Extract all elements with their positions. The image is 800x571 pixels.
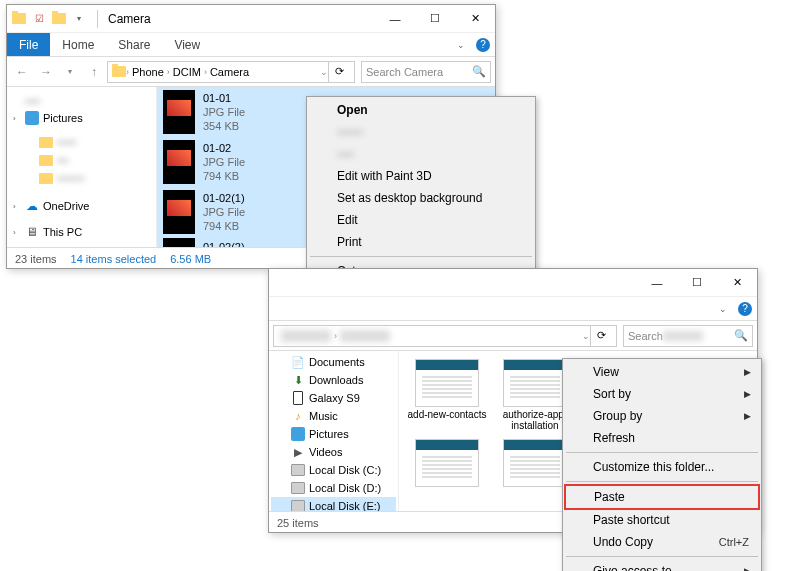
nav-pictures[interactable]: ›Pictures bbox=[11, 109, 152, 127]
breadcrumb-dropdown-icon[interactable]: ⌄ bbox=[582, 331, 590, 341]
disk-icon bbox=[291, 499, 305, 511]
maximize-button[interactable]: ☐ bbox=[415, 5, 455, 33]
tab-home[interactable]: Home bbox=[50, 33, 106, 56]
refresh-button[interactable]: ⟳ bbox=[328, 61, 350, 83]
search-icon: 🔍 bbox=[734, 329, 748, 342]
documents-icon: 📄 bbox=[291, 355, 305, 369]
nav-disk-d[interactable]: Local Disk (D:) bbox=[271, 479, 396, 497]
recent-dropdown[interactable]: ▾ bbox=[59, 61, 81, 83]
onedrive-icon: ☁ bbox=[25, 199, 39, 213]
titlebar[interactable]: — ☐ ✕ bbox=[269, 269, 757, 297]
navigation-pane[interactable]: 📄Documents ⬇Downloads Galaxy S9 ♪Music P… bbox=[269, 351, 399, 511]
ctx-sortby[interactable]: Sort by▶ bbox=[565, 383, 759, 405]
music-icon: ♪ bbox=[291, 409, 305, 423]
breadcrumb-part[interactable]: Camera bbox=[207, 66, 252, 78]
breadcrumb[interactable]: › Phone › DCIM › Camera ⌄ ⟳ bbox=[107, 61, 355, 83]
ctx-customize[interactable]: Customize this folder... bbox=[565, 456, 759, 478]
file-item[interactable]: add-new-contacts bbox=[407, 359, 487, 431]
ctx-view[interactable]: View▶ bbox=[565, 361, 759, 383]
ctx-hidden[interactable]: ▪▪▪▪ bbox=[309, 143, 533, 165]
ctx-give-access[interactable]: Give access to▶ bbox=[565, 560, 759, 571]
nav-folder[interactable]: ▪▪▪▪▪ bbox=[11, 133, 152, 151]
breadcrumb[interactable]: › ⌄ ⟳ bbox=[273, 325, 617, 347]
navigation-pane[interactable]: ▪▪▪▪ ›Pictures ▪▪▪▪▪ ▪▪▪ ▪▪▪▪▪▪▪ ›☁OneDr… bbox=[7, 87, 157, 247]
ctx-print[interactable]: Print bbox=[309, 231, 533, 253]
qat-dropdown-icon[interactable]: ▾ bbox=[71, 11, 87, 27]
separator bbox=[566, 452, 758, 453]
nav-videos[interactable]: ▶Videos bbox=[271, 443, 396, 461]
new-folder-icon[interactable] bbox=[51, 11, 67, 27]
ctx-open[interactable]: Open bbox=[309, 99, 533, 121]
ctx-groupby[interactable]: Group by▶ bbox=[565, 405, 759, 427]
maximize-button[interactable]: ☐ bbox=[677, 269, 717, 297]
separator bbox=[310, 256, 532, 257]
search-placeholder: Search Camera bbox=[366, 66, 443, 78]
ctx-paste[interactable]: Paste bbox=[564, 484, 760, 510]
breadcrumb-part[interactable]: Phone bbox=[129, 66, 167, 78]
nav-folder[interactable]: ▪▪▪ bbox=[11, 151, 152, 169]
thispc-icon: 🖥 bbox=[25, 225, 39, 239]
search-input[interactable]: Search Camera 🔍 bbox=[361, 61, 491, 83]
ribbon-expand-icon[interactable]: ⌄ bbox=[457, 33, 465, 56]
ctx-set-background[interactable]: Set as desktop background bbox=[309, 187, 533, 209]
address-bar-row: › ⌄ ⟳ Search 🔍 bbox=[269, 321, 757, 351]
back-button[interactable]: ← bbox=[11, 61, 33, 83]
close-button[interactable]: ✕ bbox=[455, 5, 495, 33]
help-button[interactable]: ? bbox=[471, 33, 495, 56]
up-button[interactable]: ↑ bbox=[83, 61, 105, 83]
submenu-arrow-icon: ▶ bbox=[744, 566, 751, 571]
thumbnail bbox=[163, 140, 195, 184]
folder-icon bbox=[112, 65, 126, 79]
ribbon-expand-icon[interactable]: ⌄ bbox=[719, 297, 727, 320]
shortcut-label: Ctrl+Z bbox=[719, 536, 749, 548]
nav-folder[interactable]: ▪▪▪▪▪▪▪ bbox=[11, 169, 152, 187]
properties-icon[interactable]: ☑ bbox=[31, 11, 47, 27]
nav-onedrive[interactable]: ›☁OneDrive bbox=[11, 197, 152, 215]
file-item[interactable] bbox=[407, 439, 487, 487]
disk-icon bbox=[291, 463, 305, 477]
nav-disk-c[interactable]: Local Disk (C:) bbox=[271, 461, 396, 479]
pictures-icon bbox=[291, 427, 305, 441]
breadcrumb-blur bbox=[281, 330, 331, 342]
item-count: 25 items bbox=[277, 517, 319, 529]
ctx-hidden[interactable]: ▪▪▪▪▪▪ bbox=[309, 121, 533, 143]
refresh-button[interactable]: ⟳ bbox=[590, 325, 612, 347]
help-button[interactable]: ? bbox=[733, 297, 757, 320]
minimize-button[interactable]: — bbox=[637, 269, 677, 297]
ctx-edit-paint3d[interactable]: Edit with Paint 3D bbox=[309, 165, 533, 187]
breadcrumb-dropdown-icon[interactable]: ⌄ bbox=[320, 67, 328, 77]
tab-file[interactable]: File bbox=[7, 33, 50, 56]
videos-icon: ▶ bbox=[291, 445, 305, 459]
tab-view[interactable]: View bbox=[162, 33, 212, 56]
nav-documents[interactable]: 📄Documents bbox=[271, 353, 396, 371]
nav-disk-e[interactable]: Local Disk (E:) bbox=[271, 497, 396, 511]
forward-button[interactable]: → bbox=[35, 61, 57, 83]
tab-share[interactable]: Share bbox=[106, 33, 162, 56]
help-icon: ? bbox=[476, 38, 490, 52]
folder-icon bbox=[11, 11, 27, 27]
nav-galaxy[interactable]: Galaxy S9 bbox=[271, 389, 396, 407]
titlebar[interactable]: ☑ ▾ Camera — ☐ ✕ bbox=[7, 5, 495, 33]
help-icon: ? bbox=[738, 302, 752, 316]
thumbnail bbox=[415, 359, 479, 407]
search-blur bbox=[663, 331, 703, 341]
search-input[interactable]: Search 🔍 bbox=[623, 325, 753, 347]
selected-size: 6.56 MB bbox=[170, 253, 211, 265]
ctx-edit[interactable]: Edit bbox=[309, 209, 533, 231]
nav-thispc[interactable]: ›🖥This PC bbox=[11, 223, 152, 241]
ctx-undo-copy[interactable]: Undo CopyCtrl+Z bbox=[565, 531, 759, 553]
thumbnail bbox=[415, 439, 479, 487]
breadcrumb-part[interactable]: DCIM bbox=[170, 66, 204, 78]
ctx-refresh[interactable]: Refresh bbox=[565, 427, 759, 449]
separator bbox=[566, 556, 758, 557]
submenu-arrow-icon: ▶ bbox=[744, 389, 751, 399]
nav-blur[interactable]: ▪▪▪▪ bbox=[11, 93, 152, 109]
item-count: 23 items bbox=[15, 253, 57, 265]
nav-pictures[interactable]: Pictures bbox=[271, 425, 396, 443]
ctx-paste-shortcut[interactable]: Paste shortcut bbox=[565, 509, 759, 531]
close-button[interactable]: ✕ bbox=[717, 269, 757, 297]
separator bbox=[566, 481, 758, 482]
minimize-button[interactable]: — bbox=[375, 5, 415, 33]
nav-downloads[interactable]: ⬇Downloads bbox=[271, 371, 396, 389]
nav-music[interactable]: ♪Music bbox=[271, 407, 396, 425]
